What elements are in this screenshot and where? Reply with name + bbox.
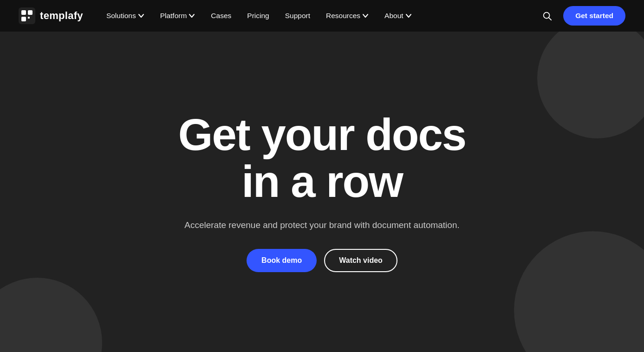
svg-rect-1 [21,10,26,15]
nav-left: templafy Solutions Platform Cases Pricin… [19,7,418,24]
nav-right: Get started [538,6,625,26]
chevron-down-icon [405,13,412,19]
search-button[interactable] [538,7,556,25]
nav-item-support[interactable]: Support [279,8,317,24]
deco-circle-top-right [537,32,644,138]
hero-buttons: Book demo Watch video [247,249,397,272]
logo-text: templafy [40,10,83,22]
hero-title: Get your docs in a row [178,111,466,205]
chevron-down-icon [138,13,144,19]
svg-rect-0 [19,7,35,24]
search-icon [542,11,552,21]
chevron-down-icon [189,13,195,19]
book-demo-button[interactable]: Book demo [247,249,317,272]
nav-links: Solutions Platform Cases Pricing Support [100,8,418,24]
deco-circle-bottom-right [514,231,644,352]
svg-rect-2 [28,10,33,15]
watch-video-button[interactable]: Watch video [324,249,397,272]
hero-section: Get your docs in a row Accelerate revenu… [0,32,644,352]
nav-item-resources[interactable]: Resources [319,8,375,24]
hero-content: Get your docs in a row Accelerate revenu… [160,111,484,272]
nav-item-solutions[interactable]: Solutions [100,8,151,24]
svg-rect-4 [28,17,30,19]
logo[interactable]: templafy [19,7,83,24]
logo-icon [19,7,35,24]
svg-rect-3 [21,17,26,21]
nav-item-pricing[interactable]: Pricing [241,8,275,24]
nav-item-cases[interactable]: Cases [204,8,238,24]
hero-subtitle: Accelerate revenue and protect your bran… [184,218,460,232]
nav-item-platform[interactable]: Platform [154,8,202,24]
deco-circle-bottom-left [0,278,102,352]
get-started-button[interactable]: Get started [563,6,625,26]
chevron-down-icon [362,13,369,19]
nav-item-about[interactable]: About [378,8,418,24]
svg-line-6 [549,18,551,20]
navbar: templafy Solutions Platform Cases Pricin… [0,0,644,32]
